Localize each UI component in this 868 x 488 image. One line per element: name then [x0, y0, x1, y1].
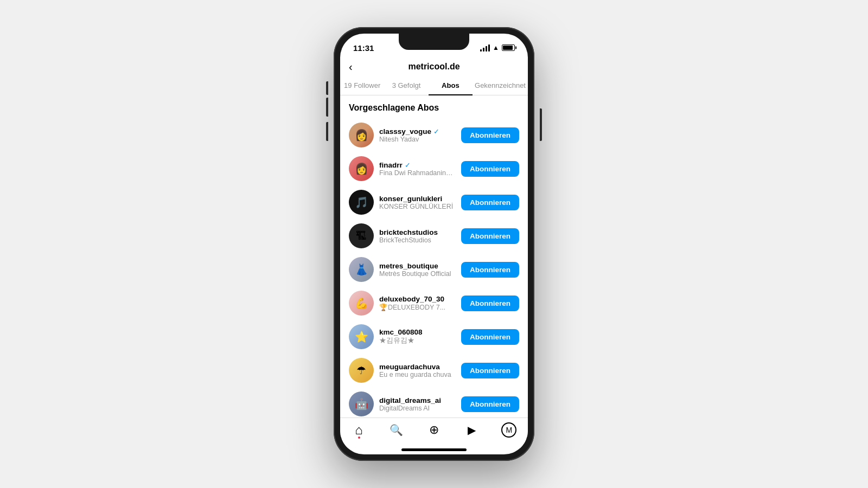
display-name: BrickTechStudios — [379, 236, 456, 244]
tabs-bar: 19 Follower 3 Gefolgt Abos Gekennzeichne… — [340, 76, 528, 95]
tab-gefolgt[interactable]: 3 Gefolgt — [384, 76, 428, 95]
nav-reels[interactable]: ▶ — [453, 422, 490, 438]
display-name: Metrès Boutique Official — [379, 270, 456, 278]
username: classsy_vogue — [379, 127, 431, 136]
tab-gekennzeichnet[interactable]: Gekennzeichnet — [473, 76, 528, 95]
subscribe-button[interactable]: Abonnieren — [461, 363, 519, 378]
nav-search[interactable]: 🔍 — [378, 422, 415, 438]
avatar: 💪 — [349, 291, 374, 316]
username: finadrr — [379, 161, 403, 169]
user-row: 🤖digital_dreams_aiDigitalDreams AIAbonni… — [340, 387, 528, 418]
username: meuguardachuva — [379, 363, 440, 371]
phone-frame: 11:31 ▲ ‹ metricool.de 19 Fo — [334, 27, 534, 461]
verified-badge: ✓ — [405, 161, 411, 169]
signal-icon — [480, 44, 490, 52]
power-button — [540, 108, 542, 141]
subscribe-button[interactable]: Abonnieren — [461, 195, 519, 210]
battery-icon — [502, 44, 515, 51]
user-info: konser_gunlukleriKONSER GÜNLÜKLERİ — [379, 195, 456, 210]
home-indicator — [401, 448, 467, 451]
avatar: 🤖 — [349, 391, 374, 416]
nav-home[interactable]: ⌂ — [340, 422, 378, 438]
nav-dot — [358, 436, 360, 439]
header: ‹ metricool.de — [340, 57, 528, 76]
user-info: digital_dreams_aiDigitalDreams AI — [379, 396, 456, 412]
avatar: 👩 — [349, 156, 374, 181]
display-name: Fina Dwi Rahmadaningsih — [379, 169, 456, 177]
verified-badge: ✓ — [433, 127, 439, 136]
user-info: metres_boutiqueMetrès Boutique Official — [379, 262, 456, 278]
user-info: kmc_060808★김유김★ — [379, 328, 456, 345]
avatar: 👩 — [349, 123, 374, 147]
user-info: classsy_vogue✓Nitesh Yadav — [379, 127, 456, 143]
avatar: 🎵 — [349, 190, 374, 215]
avatar: 👗 — [349, 257, 374, 282]
header-title: metricool.de — [408, 62, 459, 72]
username: kmc_060808 — [379, 328, 423, 336]
bottom-nav: ⌂ 🔍 ⊕ ▶ M — [340, 418, 528, 448]
avatar: ⭐ — [349, 324, 374, 349]
display-name: Eu e meu guarda chuva — [379, 371, 456, 378]
vol-up-button — [326, 98, 328, 117]
username: metres_boutique — [379, 262, 438, 270]
username: konser_gunlukleri — [379, 195, 442, 203]
avatar: ☂ — [349, 358, 374, 383]
user-list: 👩classsy_vogue✓Nitesh YadavAbonnieren👩fi… — [340, 118, 528, 418]
reels-icon: ▶ — [468, 423, 476, 436]
avatar: 🏗 — [349, 223, 374, 248]
user-row: 🏗bricktechstudiosBrickTechStudiosAbonnie… — [340, 219, 528, 253]
display-name: DigitalDreams AI — [379, 404, 456, 412]
user-row: 👩classsy_vogue✓Nitesh YadavAbonnieren — [340, 118, 528, 152]
subscribe-button[interactable]: Abonnieren — [461, 161, 519, 177]
phone-screen: 11:31 ▲ ‹ metricool.de 19 Fo — [340, 34, 528, 454]
create-icon: ⊕ — [429, 423, 439, 437]
username: deluxebody_70_30 — [379, 295, 444, 303]
display-name: 🏆DELUXEBODY 7... — [379, 303, 456, 311]
display-name: Nitesh Yadav — [379, 136, 456, 143]
user-row: 🎵konser_gunlukleriKONSER GÜNLÜKLERİAbonn… — [340, 185, 528, 219]
wifi-icon: ▲ — [493, 44, 499, 52]
display-name: ★김유김★ — [379, 336, 456, 345]
tab-follower[interactable]: 19 Follower — [340, 76, 384, 95]
subscribe-button[interactable]: Abonnieren — [461, 296, 519, 311]
content-area: Vorgeschlagene Abos 👩classsy_vogue✓Nites… — [340, 95, 528, 418]
display-name: KONSER GÜNLÜKLERİ — [379, 203, 456, 210]
user-row: 👩finadrr✓Fina Dwi RahmadaningsihAbonnier… — [340, 152, 528, 185]
silent-button — [326, 81, 328, 95]
user-info: finadrr✓Fina Dwi Rahmadaningsih — [379, 161, 456, 177]
subscribe-button[interactable]: Abonnieren — [461, 396, 519, 412]
user-info: meuguardachuvaEu e meu guarda chuva — [379, 363, 456, 378]
subscribe-button[interactable]: Abonnieren — [461, 228, 519, 244]
search-icon: 🔍 — [390, 423, 403, 436]
username: digital_dreams_ai — [379, 396, 441, 404]
profile-icon: M — [501, 422, 516, 438]
user-info: deluxebody_70_30🏆DELUXEBODY 7... — [379, 295, 456, 311]
subscribe-button[interactable]: Abonnieren — [461, 262, 519, 278]
tab-abos[interactable]: Abos — [429, 76, 473, 95]
vol-down-button — [326, 122, 328, 141]
user-info: bricktechstudiosBrickTechStudios — [379, 228, 456, 244]
nav-profile[interactable]: M — [490, 422, 528, 438]
section-title: Vorgeschlagene Abos — [340, 95, 528, 118]
user-row: ☂meuguardachuvaEu e meu guarda chuvaAbon… — [340, 354, 528, 387]
home-icon: ⌂ — [355, 422, 363, 438]
user-row: 💪deluxebody_70_30🏆DELUXEBODY 7...Abonnie… — [340, 286, 528, 320]
user-row: 👗metres_boutiqueMetrès Boutique Official… — [340, 253, 528, 286]
status-icons: ▲ — [480, 44, 515, 52]
notch — [399, 34, 469, 50]
back-button[interactable]: ‹ — [349, 61, 353, 73]
status-time: 11:31 — [353, 43, 374, 53]
user-row: ⭐kmc_060808★김유김★Abonnieren — [340, 320, 528, 354]
username: bricktechstudios — [379, 228, 438, 236]
subscribe-button[interactable]: Abonnieren — [461, 329, 519, 345]
subscribe-button[interactable]: Abonnieren — [461, 127, 519, 143]
nav-create[interactable]: ⊕ — [415, 422, 452, 438]
